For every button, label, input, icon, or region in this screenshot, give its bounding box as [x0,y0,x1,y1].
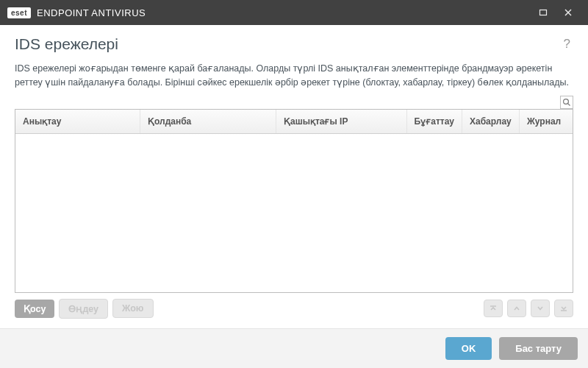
search-button[interactable] [560,96,573,109]
table-header: Анықтау Қолданба Қашықтағы IP Бұғаттау Х… [15,110,573,134]
delete-button: Жою [112,299,153,318]
window-close-button[interactable] [556,0,581,25]
add-button[interactable]: Қосу [15,300,54,318]
move-down-button [531,300,550,317]
col-remote-ip[interactable]: Қашықтағы IP [276,110,407,133]
move-top-button [484,300,503,317]
content-area: IDS ережелері ? IDS ережелері жоғарыдан … [0,25,588,328]
svg-rect-0 [540,10,547,15]
chevron-down-icon [536,304,545,313]
chevron-up-icon [512,304,521,313]
brand-text: ENDPOINT ANTIVIRUS [37,7,146,18]
window-minimize-button[interactable] [531,0,556,25]
col-notify[interactable]: Хабарлау [462,110,520,133]
move-up-button [507,300,526,317]
brand-badge: eset [7,7,31,18]
help-button[interactable]: ? [561,37,573,52]
table-body[interactable] [15,134,573,292]
move-bottom-button [554,300,573,317]
dialog-footer: OK Бас тарту [0,328,588,368]
cancel-button[interactable]: Бас тарту [499,337,578,360]
page-title: IDS ережелері [15,35,561,53]
edit-button: Өңдеу [59,299,108,319]
description-text: IDS ережелері жоғарыдан төменге қарай ба… [15,62,573,90]
minimize-icon [539,8,548,17]
col-log[interactable]: Журнал [520,110,573,133]
ok-button[interactable]: OK [445,337,492,360]
col-block[interactable]: Бұғаттау [407,110,462,133]
chevron-bottom-icon [559,304,568,313]
search-icon [562,98,571,107]
rules-table: Анықтау Қолданба Қашықтағы IP Бұғаттау Х… [15,109,573,293]
table-actions: Қосу Өңдеу Жою [15,299,573,319]
svg-line-4 [568,103,570,105]
titlebar: eset ENDPOINT ANTIVIRUS [0,0,588,25]
chevron-top-icon [489,304,498,313]
svg-point-3 [564,99,569,104]
close-icon [564,8,573,17]
col-application[interactable]: Қолданба [140,110,276,133]
col-detection[interactable]: Анықтау [15,110,140,133]
